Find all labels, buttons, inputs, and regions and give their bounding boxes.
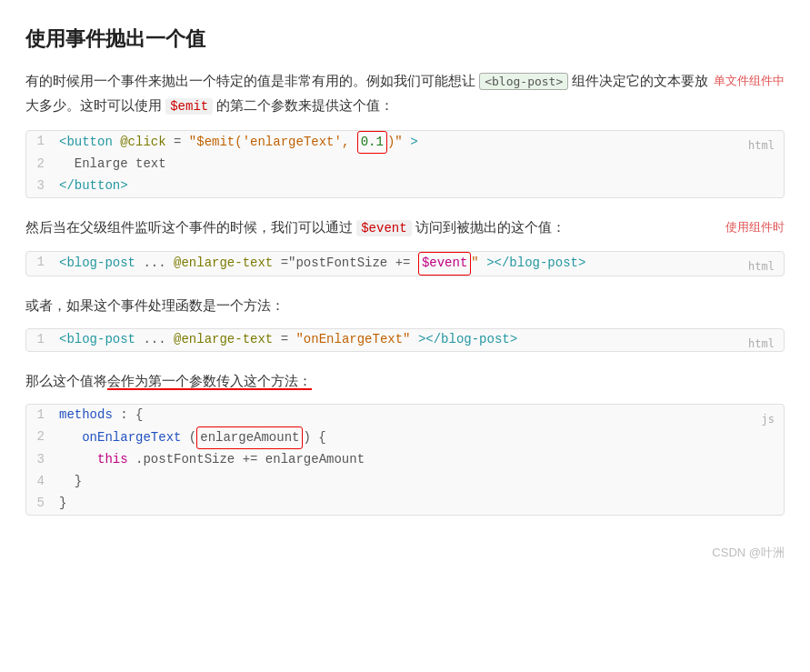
table-row: 1 methods : {: [26, 405, 784, 426]
para1-before: 有的时候用一个事件来抛出一个特定的值是非常有用的。例如我们可能想让: [25, 73, 475, 88]
code-span: <blog-post: [59, 332, 135, 346]
line-num: 1: [26, 252, 59, 276]
table-row: 2 onEnlargeText (enlargeAmount) {: [26, 426, 784, 450]
table-row: 5 }: [26, 493, 784, 515]
line-code: methods : {: [59, 405, 784, 426]
code-span: =: [281, 332, 288, 346]
code-span: }: [59, 474, 82, 488]
code-content-3: 1 <blog-post ... @enlarge-text = "onEnla…: [26, 329, 784, 351]
code-span: )": [387, 135, 403, 149]
paragraph-2: 使用组件时 然后当在父级组件监听这个事件的时候，我们可以通过 $event 访问…: [25, 215, 785, 240]
code-span: =: [174, 135, 181, 149]
table-row: 1 <blog-post ... @enlarge-text ="postFon…: [26, 252, 784, 276]
blog-post-tag: <blog-post>: [479, 73, 568, 90]
line-num: 2: [26, 154, 59, 176]
paragraph-3: 或者，如果这个事件处理函数是一个方法：: [25, 293, 785, 317]
emit-code: $emit: [165, 98, 213, 115]
line-code: }: [59, 471, 784, 493]
code-span: methods: [59, 407, 113, 422]
watermark: CSDN @叶洲: [25, 543, 785, 563]
code-lang-4: js: [762, 410, 775, 428]
code-lang-3: html: [748, 335, 775, 353]
line-code: this .postFontSize += enlargeAmount: [59, 449, 784, 471]
code-span: ></blog-post>: [418, 332, 517, 346]
table-row: 4 }: [26, 471, 784, 493]
code-span: ": [471, 256, 478, 270]
code-span: [59, 452, 90, 466]
para4-before: 那么这个值将: [25, 373, 107, 388]
code-highlight-01: 0.1: [357, 131, 387, 155]
code-span: @enlarge-text: [174, 256, 273, 270]
code-highlight-event: $event: [418, 252, 471, 276]
para1-after: 的第二个参数来提供这个值：: [216, 97, 394, 113]
code-block-1: html 1 <button @click = "$emit('enlargeT…: [25, 130, 785, 198]
code-lang-1: html: [748, 136, 775, 155]
code-span: [59, 430, 75, 445]
table-row: 3 </button>: [26, 176, 784, 197]
code-span: ) {: [303, 430, 325, 445]
code-span: Enlarge text: [59, 156, 166, 171]
code-span: : {: [120, 407, 143, 422]
code-span: >: [410, 135, 417, 149]
table-row: 2 Enlarge text: [26, 154, 784, 176]
line-code: }: [59, 493, 784, 515]
para3-text: 或者，如果这个事件处理函数是一个方法：: [25, 297, 285, 313]
line-code: Enlarge text: [59, 154, 784, 176]
line-num: 3: [26, 449, 59, 471]
line-code: </button>: [59, 176, 784, 197]
event-code: $event: [356, 220, 411, 236]
line-num: 4: [26, 471, 59, 493]
code-span: ...: [143, 256, 174, 270]
line-code: onEnlargeText (enlargeAmount) {: [59, 426, 784, 450]
code-content-4: 1 methods : { 2 onEnlargeText (enlargeAm…: [26, 405, 784, 515]
code-content-2: 1 <blog-post ... @enlarge-text ="postFon…: [26, 252, 784, 276]
para4-highlight: 会作为第一个参数传入这个方法：: [107, 373, 312, 390]
code-span: ></blog-post>: [486, 256, 585, 270]
line-num: 5: [26, 493, 59, 515]
code-span: <button: [59, 135, 113, 149]
code-highlight-param: enlargeAmount: [196, 426, 303, 450]
code-block-4: js 1 methods : { 2 onEnlargeText (enlarg…: [25, 404, 785, 516]
line-num: 1: [26, 405, 59, 426]
code-span: </button>: [59, 178, 128, 193]
code-span: @enlarge-text: [174, 332, 273, 346]
line-code: <blog-post ... @enlarge-text = "onEnlarg…: [59, 329, 784, 351]
line-num: 1: [26, 131, 59, 155]
code-block-3: html 1 <blog-post ... @enlarge-text = "o…: [25, 328, 785, 352]
code-span: ...: [143, 332, 174, 346]
code-span: onEnlargeText: [82, 430, 181, 445]
code-span: (: [189, 430, 196, 445]
line-code: <button @click = "$emit('enlargeText', 0…: [59, 131, 784, 155]
code-lang-2: html: [748, 257, 775, 276]
table-row: 1 <button @click = "$emit('enlargeText',…: [26, 131, 784, 155]
code-block-2: html 1 <blog-post ... @enlarge-text ="po…: [25, 251, 785, 276]
code-span: @click: [120, 135, 165, 149]
code-span: ="postFontSize +=: [281, 256, 418, 270]
paragraph-1: 单文件组件中 有的时候用一个事件来抛出一个特定的值是非常有用的。例如我们可能想让…: [25, 68, 785, 118]
line-num: 3: [26, 176, 59, 197]
code-span: this: [97, 452, 128, 466]
code-span: <blog-post: [59, 256, 135, 270]
code-span: "onEnlargeText": [295, 332, 410, 346]
line-num: 1: [26, 329, 59, 351]
paragraph-4: 那么这个值将会作为第一个参数传入这个方法：: [25, 368, 785, 393]
line-code: <blog-post ... @enlarge-text ="postFontS…: [59, 252, 784, 276]
code-span: .postFontSize += enlargeAmount: [135, 452, 365, 466]
line-num: 2: [26, 426, 59, 450]
code-content-1: 1 <button @click = "$emit('enlargeText',…: [26, 131, 784, 197]
table-row: 1 <blog-post ... @enlarge-text = "onEnla…: [26, 329, 784, 351]
code-span: }: [59, 496, 66, 510]
table-row: 3 this .postFontSize += enlargeAmount: [26, 449, 784, 471]
para2-before: 然后当在父级组件监听这个事件的时候，我们可以通过: [25, 219, 353, 235]
code-span: "$emit('enlargeText',: [189, 135, 357, 149]
section-label-2: 使用组件时: [725, 216, 785, 237]
para2-after: 访问到被抛出的这个值：: [415, 219, 565, 235]
page-title: 使用事件抛出一个值: [25, 22, 785, 55]
section-label-1: 单文件组件中: [714, 70, 785, 91]
